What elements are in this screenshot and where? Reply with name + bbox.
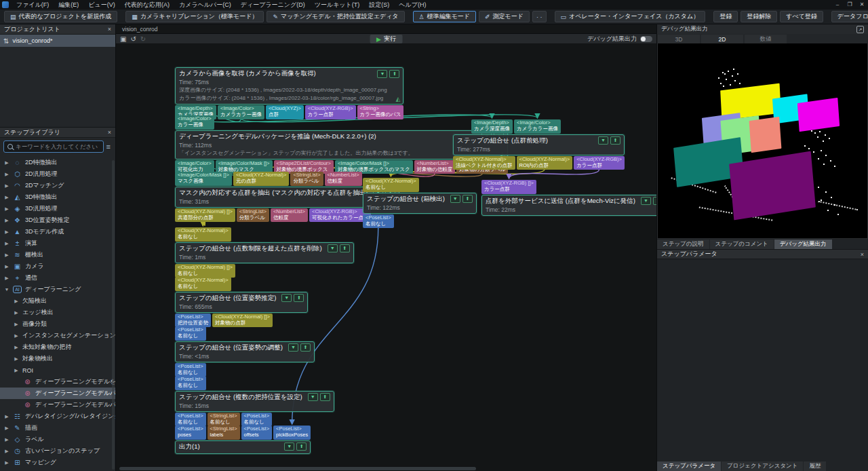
step-node[interactable]: カメラから画像を取得 (カメラから画像を取得)▼⬆Time: 75ms深度画像の…	[175, 67, 403, 119]
library-item[interactable]: ▶±演算	[0, 238, 115, 249]
output-port[interactable]: <StringList>名前なし	[208, 413, 240, 427]
library-item[interactable]: ▶⌖通信	[0, 272, 115, 284]
library-item[interactable]: ▶未知対象物の把持	[0, 341, 115, 353]
library-item[interactable]: ▶⊞マッピング	[0, 457, 115, 468]
debug-bottom-tab[interactable]: ステップのコメント	[710, 240, 774, 249]
library-item[interactable]: ⊛ディープラーニングモデルを推論（Mech-DLK 2.1...	[0, 376, 115, 388]
menu-item[interactable]: 代表的な応用(A)	[120, 0, 174, 10]
list-view-icon[interactable]: ≡	[106, 143, 112, 151]
menu-item[interactable]: カメラヘルパー(C)	[174, 0, 236, 10]
debug-view-tab[interactable]: 2D	[701, 35, 743, 43]
input-port[interactable]: <NumberList>信頼度	[325, 172, 362, 186]
debug-output-toggle[interactable]	[640, 36, 652, 42]
step-node-body[interactable]: ステップの組合せ (位置姿勢の調整)▼⬆Time: <1ms	[175, 341, 315, 362]
chevron-right-icon[interactable]: ▶	[4, 264, 9, 269]
step-node-body[interactable]: ステップの組合せ (点群前処理)▼⬆Time: 277ms	[453, 134, 625, 155]
input-port[interactable]: <PoseList>pickBoxPoses	[273, 426, 311, 440]
run-step-button[interactable]: ⬆	[296, 442, 307, 451]
library-item[interactable]: ▶ROI	[0, 364, 115, 376]
toolbar-button[interactable]: すべて登録	[780, 11, 823, 22]
library-item[interactable]: ▶◷古いバージョンのステップ	[0, 445, 115, 457]
run-step-button[interactable]: ⬆	[462, 195, 473, 203]
chevron-right-icon[interactable]: ▶	[14, 299, 19, 304]
chevron-right-icon[interactable]: ▶	[4, 172, 9, 177]
chevron-right-icon[interactable]: ▶	[4, 426, 9, 431]
chevron-right-icon[interactable]: ▶	[4, 449, 9, 454]
chevron-right-icon[interactable]: ▶	[14, 310, 19, 316]
input-port[interactable]: <Image/Color/Mask []>マスク画像	[175, 172, 232, 186]
library-item[interactable]: ▶◇ラベル	[0, 434, 115, 445]
step-node[interactable]: <PoseList>名前なしステップの組合せ (位置姿勢の調整)▼⬆Time: …	[175, 326, 315, 377]
chevron-down-icon[interactable]: ▼	[4, 287, 9, 292]
run-button[interactable]: ▶ 実行	[370, 35, 403, 43]
library-item[interactable]: ▶◠2Dマッチング	[0, 180, 115, 191]
library-item[interactable]: ⊛ディープラーニングモデルパッケージを推論（Mech...	[0, 399, 115, 411]
library-item[interactable]: ▶インスタンスセグメンテーション	[0, 330, 115, 341]
output-port[interactable]: <PoseList>名前なし	[175, 363, 206, 377]
output-port[interactable]: <PoseList>名前なし	[175, 413, 206, 427]
step-node[interactable]: <Cloud(XYZ-Normal)>名前なしステップの組合せ (位置姿勢推定)…	[175, 277, 308, 327]
toolbar-button[interactable]: ✎マッチングモデル・把持位置設定エディタ	[267, 11, 404, 22]
debug-output-button[interactable]: ▼	[641, 197, 651, 205]
chevron-right-icon[interactable]: ▶	[4, 229, 9, 235]
step-node[interactable]: <Cloud(XYZ-Normal)>名前なしステップの組合せ (箱検出)▼⬆T…	[363, 178, 477, 228]
menu-item[interactable]: 設定(S)	[364, 0, 394, 10]
step-node-body[interactable]: カメラから画像を取得 (カメラから画像を取得)▼⬆Time: 75ms深度画像の…	[175, 67, 403, 105]
library-item[interactable]: ▶▲3Dモデル作成	[0, 226, 115, 238]
undo-icon[interactable]: ↺	[130, 35, 136, 43]
step-node[interactable]: <Image/Depth>カメラ深度画像<Image/Color>カメラカラー画…	[453, 119, 625, 170]
step-node[interactable]: <Cloud(XYZ-RGB) []>カラー点群点群を外部サービスに送信 (点群…	[481, 180, 656, 216]
bottom-panel-tab[interactable]: ステップパラメータ	[657, 461, 721, 471]
chevron-right-icon[interactable]: ▶	[14, 322, 19, 327]
chevron-right-icon[interactable]: ▶	[4, 241, 9, 246]
output-port[interactable]: <Cloud(XYZ-Normal) []>名前なし	[175, 264, 235, 278]
library-scrollbar[interactable]	[112, 160, 115, 470]
input-port[interactable]: <Image/Color>カラー画像	[175, 115, 214, 130]
library-item[interactable]: ▶◈3D汎用処理	[0, 203, 115, 214]
minimize-button[interactable]: –	[831, 0, 844, 10]
debug-output-button[interactable]: ▼	[598, 136, 608, 145]
menu-item[interactable]: ビュー(V)	[83, 0, 119, 10]
step-node-body[interactable]: ステップの組合せ (位置姿勢推定)▼⬆Time: 655ms	[175, 292, 308, 313]
output-port[interactable]: <PoseList>把持位置姿勢	[175, 314, 211, 328]
step-node[interactable]: <PoseList>名前なしステップの組合せ (複数の把持位置を設定)▼⬆Tim…	[175, 376, 334, 426]
output-port[interactable]: <StringList>分類ラベル	[237, 208, 269, 223]
bottom-panel-tab[interactable]: プロジェクトアシスタント	[722, 461, 803, 471]
sort-icon[interactable]: ⇅	[3, 37, 9, 45]
input-port[interactable]: <Cloud(XYZ-Normal)>名前なし	[363, 178, 419, 192]
output-port[interactable]: <Cloud(XYZ-Normal) []>共通部分の点群	[175, 208, 235, 223]
step-node-body[interactable]: ステップの組合せ (箱検出)▼⬆Time: 122ms	[363, 193, 477, 214]
output-port[interactable]: <Cloud(XYZ-Normal) []>対象物の点群	[212, 314, 273, 328]
close-button[interactable]: ✕	[856, 0, 868, 10]
bottom-panel-tab[interactable]: 履歴	[804, 461, 826, 471]
run-step-button[interactable]: ⬆	[610, 136, 620, 145]
output-port[interactable]: <Cloud(XYZ-Normal)>ROI内の点群	[517, 156, 573, 170]
library-item[interactable]: ▶エッジ検出	[0, 307, 115, 318]
restore-button[interactable]: ❐	[844, 0, 856, 10]
library-item[interactable]: ▶⬡2D汎用処理	[0, 168, 115, 180]
toolbar-button[interactable]: ♙標準編集モード	[413, 11, 477, 22]
toolbar-button[interactable]: 登録	[713, 11, 738, 22]
chevron-right-icon[interactable]: ▶	[4, 195, 9, 200]
chevron-right-icon[interactable]: ▶	[14, 356, 19, 362]
run-step-button[interactable]: ⬆	[389, 70, 399, 78]
output-port[interactable]: <PoseList>名前なし	[241, 413, 273, 427]
debug-bottom-tab[interactable]: ステップの説明	[657, 240, 709, 249]
output-port[interactable]: <NumberList>対象物の信頼度	[414, 160, 456, 174]
chevron-right-icon[interactable]: ▶	[4, 437, 9, 442]
chevron-right-icon[interactable]: ▶	[14, 345, 19, 350]
library-item[interactable]: ⊛ディープラーニングモデルパッケージを推論（CPU）	[0, 388, 115, 399]
toolbar-button[interactable]: ✐測定モード	[479, 11, 530, 22]
debug-bottom-tab[interactable]: デバッグ結果出力	[774, 240, 832, 249]
run-step-button[interactable]: ⬆	[300, 343, 311, 352]
toolbar-button[interactable]: ▦カメラキャリブレーション（標準モード）	[125, 11, 264, 22]
step-node-body[interactable]: ステップの組合せ (複数の把持位置を設定)▼⬆Time: 15ms	[175, 391, 334, 412]
library-item[interactable]: ▶画像分類	[0, 318, 115, 330]
chevron-right-icon[interactable]: ▶	[4, 414, 9, 419]
input-port[interactable]: <Cloud(XYZ-RGB) []>カラー点群	[481, 180, 536, 194]
output-port[interactable]: <Cloud(XYZ-RGB)>可視化されたカラー点群	[309, 208, 371, 223]
toolbar-button[interactable]: ▭オペレーター・インターフェイス（カスタム）	[555, 11, 706, 22]
input-port[interactable]: <StringList>分類ラベル	[290, 172, 323, 186]
library-item[interactable]: ▶▣カメラ	[0, 261, 115, 272]
debug-output-button[interactable]: ▼	[288, 343, 298, 352]
